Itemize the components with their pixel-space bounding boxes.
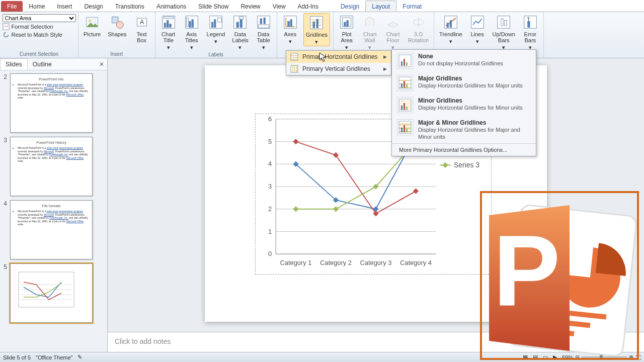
- gridlines-button[interactable]: Gridlines ▾: [303, 13, 330, 46]
- svg-rect-30: [290, 20, 292, 27]
- chart-title-icon: [160, 14, 177, 30]
- gridlines-submenu: Primary Horizontal Gridlines▶ Primary Ve…: [286, 50, 391, 75]
- slide-thumbnail[interactable]: [10, 263, 93, 323]
- tab-view[interactable]: View: [267, 1, 292, 12]
- axis-titles-button[interactable]: Axis Titles ▾: [182, 13, 202, 51]
- chart-title-button[interactable]: Chart Title ▾: [158, 13, 179, 51]
- slides-tab[interactable]: Slides: [0, 58, 28, 70]
- svg-point-2: [89, 20, 91, 22]
- data-labels-icon: [232, 14, 248, 30]
- tab-chart-format[interactable]: Format: [396, 1, 428, 12]
- slides-panel: Slides Outline ✕ 2 PowerPoint InfoMicros…: [0, 58, 108, 352]
- svg-text:5: 5: [268, 138, 272, 145]
- thumb-number: 5: [2, 263, 7, 323]
- svg-rect-15: [186, 18, 188, 27]
- tab-insert[interactable]: Insert: [51, 1, 78, 12]
- slide-thumbnail[interactable]: File formatsMicrosoft PowerPoint is a sl…: [10, 200, 93, 259]
- svg-text:4: 4: [268, 160, 272, 167]
- tab-design[interactable]: Design: [78, 1, 109, 12]
- tab-review[interactable]: Review: [234, 1, 266, 12]
- gridlines-minor-item[interactable]: Minor GridlinesDisplay Horizontal Gridli…: [392, 94, 536, 116]
- svg-rect-40: [447, 23, 449, 28]
- tab-chart-design[interactable]: Design: [335, 1, 365, 12]
- plot-area-button[interactable]: Plot Area ▾: [337, 13, 357, 51]
- svg-rect-105: [401, 128, 403, 132]
- panel-close-icon[interactable]: ✕: [96, 61, 107, 68]
- insert-textbox-button[interactable]: AText Box: [132, 13, 152, 44]
- svg-rect-47: [528, 21, 530, 27]
- data-labels-button[interactable]: Data Labels ▾: [230, 13, 250, 51]
- tab-home[interactable]: Home: [23, 1, 51, 12]
- svg-rect-25: [260, 19, 262, 24]
- updown-bars-button[interactable]: Up/Down Bars ▾: [491, 13, 517, 51]
- trendline-icon: [443, 14, 459, 30]
- insert-picture-button[interactable]: Picture: [82, 13, 103, 38]
- gridlines-none-item[interactable]: NoneDo not display Horizontal Gridlines: [392, 50, 536, 72]
- svg-rect-97: [401, 83, 403, 88]
- svg-rect-76: [333, 206, 339, 212]
- primary-vertical-gridlines-item[interactable]: Primary Vertical Gridlines▶: [286, 63, 391, 75]
- spellcheck-icon[interactable]: ✎: [77, 354, 82, 360]
- tab-animations[interactable]: Animations: [150, 1, 192, 12]
- powerpoint-logo: P: [479, 190, 640, 361]
- svg-rect-101: [401, 106, 403, 110]
- primary-horizontal-gridlines-item[interactable]: Primary Horizontal Gridlines▶: [286, 51, 391, 63]
- gridlines-both-item[interactable]: Major & Minor GridlinesDisplay Horizonta…: [392, 116, 536, 143]
- svg-rect-23: [239, 17, 244, 19]
- chart-floor-button[interactable]: Chart Floor ▾: [383, 13, 403, 51]
- gridlines-major-item[interactable]: Major GridlinesDisplay Horizontal Gridli…: [392, 72, 536, 94]
- lines-button[interactable]: Lines ▾: [467, 13, 488, 45]
- format-selection-button[interactable]: Format Selection: [3, 23, 53, 30]
- textbox-icon: A: [134, 14, 150, 30]
- error-bars-button[interactable]: Error Bars ▾: [520, 13, 540, 51]
- svg-rect-17: [211, 22, 213, 28]
- tab-transitions[interactable]: Transitions: [109, 1, 150, 12]
- legend-button[interactable]: Legend ▾: [205, 13, 227, 45]
- plot-area-icon: [339, 14, 355, 30]
- svg-rect-74: [413, 188, 419, 194]
- tab-chart-layout[interactable]: Layout: [365, 1, 396, 12]
- horizontal-gridlines-options: NoneDo not display Horizontal Gridlines …: [391, 49, 536, 156]
- svg-rect-33: [316, 19, 318, 28]
- slide-thumbnail[interactable]: PowerPoint HistoryMicrosoft PowerPoint i…: [10, 137, 93, 196]
- slide-thumbnail[interactable]: PowerPoint InfoMicrosoft PowerPoint is a…: [10, 73, 93, 133]
- svg-rect-75: [293, 206, 298, 212]
- chart-element-select[interactable]: Chart Area: [3, 14, 76, 22]
- legend-icon: [208, 14, 224, 30]
- rotation-3d-button[interactable]: 3-D Rotation: [406, 13, 431, 44]
- chart-wall-button[interactable]: Chart Wall ▾: [360, 13, 380, 51]
- picture-icon: [84, 14, 100, 30]
- svg-rect-9: [167, 21, 169, 28]
- svg-rect-19: [217, 18, 221, 22]
- group-labels: Labels: [208, 51, 223, 58]
- svg-rect-21: [236, 22, 238, 28]
- axis-titles-icon: [184, 14, 200, 30]
- svg-rect-93: [401, 61, 403, 66]
- updown-bars-icon: [496, 14, 512, 30]
- svg-rect-45: [505, 21, 507, 26]
- svg-rect-10: [169, 24, 171, 28]
- data-table-button[interactable]: Data Table ▾: [254, 13, 274, 51]
- insert-shapes-button[interactable]: Shapes: [106, 13, 128, 38]
- axes-button[interactable]: Axes ▾: [280, 13, 300, 45]
- tab-addins[interactable]: Add-Ins: [292, 1, 325, 12]
- svg-rect-103: [406, 107, 408, 110]
- svg-rect-11: [164, 17, 173, 19]
- svg-rect-3: [112, 17, 118, 23]
- data-table-icon: [256, 14, 272, 30]
- svg-rect-18: [214, 20, 216, 28]
- thumb-number: 2: [2, 73, 7, 133]
- gridlines-more-options[interactable]: More Primary Horizontal Gridlines Option…: [392, 143, 536, 156]
- outline-tab[interactable]: Outline: [28, 59, 57, 70]
- axes-icon: [282, 14, 298, 30]
- svg-rect-41: [450, 21, 452, 28]
- svg-text:1: 1: [268, 228, 272, 235]
- svg-rect-27: [258, 25, 269, 28]
- error-bars-icon: [522, 14, 538, 30]
- reset-style-button[interactable]: Reset to Match Style: [3, 31, 63, 38]
- svg-text:Category 1: Category 1: [280, 259, 311, 266]
- tab-file[interactable]: File: [1, 1, 23, 12]
- trendline-button[interactable]: Trendline ▾: [437, 13, 464, 45]
- gridlines-minor-icon: [397, 97, 413, 113]
- tab-slideshow[interactable]: Slide Show: [192, 1, 234, 12]
